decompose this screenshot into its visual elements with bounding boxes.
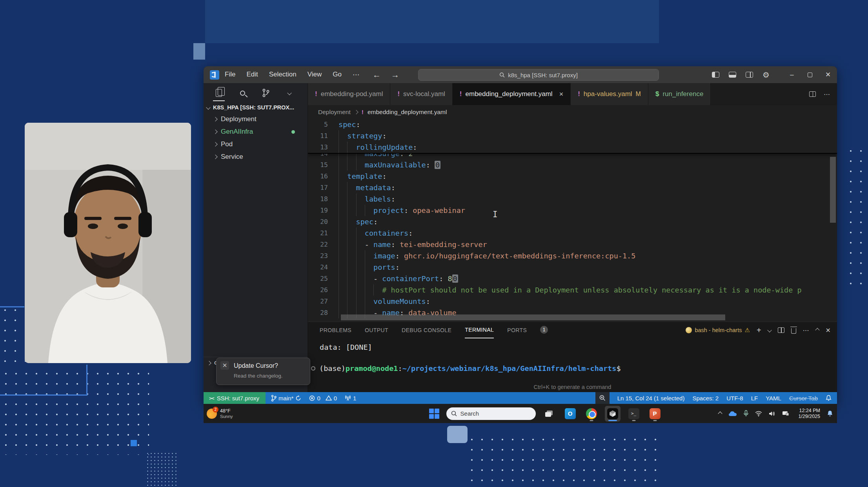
tab-run-inference[interactable]: $run_inference bbox=[648, 83, 711, 105]
search-view-icon[interactable] bbox=[237, 88, 247, 98]
source-control-icon[interactable] bbox=[261, 88, 271, 98]
split-terminal-icon[interactable] bbox=[778, 327, 784, 333]
layout-gear-icon[interactable]: ⚙ bbox=[762, 70, 770, 80]
more-views-chevron-icon[interactable] bbox=[284, 88, 295, 98]
line-number: 18 bbox=[308, 193, 338, 205]
nav-back-icon[interactable]: ← bbox=[373, 70, 381, 80]
split-editor-icon[interactable] bbox=[809, 91, 816, 97]
language-mode-status[interactable]: YAML bbox=[766, 395, 781, 402]
maximize-panel-chevron-icon[interactable] bbox=[815, 328, 819, 332]
powerpoint-icon: P bbox=[650, 408, 661, 419]
notifications-bell-icon[interactable] bbox=[826, 395, 832, 401]
menu-file[interactable]: File bbox=[225, 71, 235, 79]
editor-region[interactable]: 14maxSurge: 215maxUnavailable: 016templa… bbox=[308, 119, 837, 322]
tray-hidden-icons-chevron[interactable] bbox=[718, 411, 722, 416]
editor-more-actions-icon[interactable]: ⋯ bbox=[824, 91, 830, 98]
update-notification-toast: ✕ Update Cursor? Read the changelog. bbox=[216, 358, 310, 385]
zoom-status-button[interactable] bbox=[595, 392, 610, 404]
task-view-button[interactable] bbox=[541, 406, 557, 422]
horizontal-scrollbar[interactable] bbox=[341, 314, 725, 320]
panel-tab-problems[interactable]: PROBLEMS bbox=[320, 322, 351, 338]
ports-status[interactable]: 1 bbox=[345, 395, 356, 402]
breadcrumb[interactable]: Deployment ! embedding_deployment.yaml bbox=[308, 105, 837, 119]
breadcrumb-file[interactable]: embedding_deployment.yaml bbox=[368, 109, 447, 116]
code-line-5: 5spec: bbox=[308, 119, 837, 130]
cursor-position-status[interactable]: Ln 15, Col 24 (1 selected) bbox=[617, 395, 685, 402]
tab-close-icon[interactable]: × bbox=[559, 90, 564, 98]
terminal-instance-item[interactable]: bash - helm-charts ⚠ bbox=[686, 327, 750, 334]
indent-guide bbox=[347, 142, 356, 153]
terminal-app-button[interactable]: >_ bbox=[626, 406, 642, 422]
remote-indicator[interactable]: >< SSH: sut7.proxy bbox=[204, 392, 266, 404]
tab-embedding-deployment-yaml[interactable]: !embedding_deployment.yaml× bbox=[453, 83, 571, 105]
eol-status[interactable]: LF bbox=[751, 395, 758, 402]
cursor-app-button[interactable] bbox=[605, 406, 621, 422]
menu-selection[interactable]: Selection bbox=[269, 71, 297, 79]
yaml-file-icon: ! bbox=[362, 109, 364, 116]
toggle-secondary-sidebar-icon[interactable] bbox=[746, 72, 753, 78]
kill-terminal-icon[interactable] bbox=[791, 328, 796, 334]
window-close-button[interactable]: ✕ bbox=[819, 66, 837, 83]
sidebar-item-service[interactable]: Service bbox=[204, 151, 308, 163]
shell-file-icon: $ bbox=[655, 90, 659, 98]
line-number: 13 bbox=[308, 142, 338, 153]
start-button[interactable] bbox=[429, 409, 439, 419]
workspace-folder-header[interactable]: K8S_HPA [SSH: SUT7.PROX... bbox=[204, 102, 308, 113]
volume-icon[interactable] bbox=[769, 411, 775, 416]
tab-embedding-pod-yaml[interactable]: !embedding-pod.yaml bbox=[308, 83, 390, 105]
indentation-status[interactable]: Spaces: 2 bbox=[692, 395, 719, 402]
chrome-app-button[interactable] bbox=[584, 406, 599, 422]
tab-svc-local-yaml[interactable]: !svc-local.yaml bbox=[390, 83, 452, 105]
new-terminal-button[interactable]: + bbox=[757, 326, 761, 335]
terminal-dropdown-chevron-icon[interactable] bbox=[767, 328, 772, 332]
menu-view[interactable]: View bbox=[308, 71, 322, 79]
breadcrumb-parent[interactable]: Deployment bbox=[318, 109, 351, 116]
explorer-view-icon[interactable] bbox=[214, 88, 224, 98]
close-panel-icon[interactable]: ✕ bbox=[826, 327, 831, 334]
weather-widget[interactable]: 2 48°F Sunny bbox=[207, 408, 233, 419]
input-indicator-icon[interactable] bbox=[782, 411, 789, 416]
terminal[interactable]: data: [DONE] (base) pramod@node1 : ~/pro… bbox=[308, 338, 837, 393]
panel-tab-terminal[interactable]: TERMINAL bbox=[465, 322, 494, 338]
nav-forward-icon[interactable]: → bbox=[391, 70, 399, 80]
sidebar-item-pod[interactable]: Pod bbox=[204, 138, 308, 151]
menu-more[interactable]: ⋯ bbox=[353, 71, 359, 79]
outlook-app-button[interactable]: O bbox=[562, 406, 578, 422]
toggle-panel-icon[interactable] bbox=[729, 72, 736, 78]
problems-status[interactable]: 0 0 bbox=[309, 395, 337, 402]
panel-tab-debug-console[interactable]: DEBUG CONSOLE bbox=[402, 322, 451, 338]
menu-go[interactable]: Go bbox=[333, 71, 342, 79]
menu-edit[interactable]: Edit bbox=[246, 71, 258, 79]
encoding-status[interactable]: UTF-8 bbox=[726, 395, 743, 402]
indent-guide bbox=[365, 273, 373, 284]
git-branch-status[interactable]: main* bbox=[271, 395, 301, 402]
sidebar-item-genaiinfra[interactable]: GenAIInfra bbox=[204, 125, 308, 138]
window-minimize-button[interactable]: – bbox=[783, 66, 801, 83]
panel-tab-output[interactable]: OUTPUT bbox=[365, 322, 388, 338]
vertical-scrollbar[interactable] bbox=[830, 157, 836, 223]
panel-more-actions-icon[interactable]: ⋯ bbox=[803, 327, 809, 334]
cursor-tab-status[interactable]: Cursor Tab bbox=[789, 395, 818, 402]
sidebar-item-deployment[interactable]: Deployment bbox=[204, 113, 308, 125]
sticky-scroll: 5spec:11strategy:13rollingUpdate: bbox=[308, 119, 837, 154]
window-restore-button[interactable] bbox=[801, 66, 819, 83]
toast-changelog-link[interactable]: Read the changelog. bbox=[234, 373, 283, 379]
tab-hpa-values-yaml[interactable]: !hpa-values.yamlM bbox=[571, 83, 648, 105]
powerpoint-app-button[interactable]: P bbox=[647, 406, 663, 422]
system-tray: 12:24 PM 1/29/2025 bbox=[719, 408, 837, 420]
indent-guide bbox=[338, 171, 347, 182]
taskbar-search[interactable]: Search bbox=[446, 407, 536, 420]
wifi-icon[interactable] bbox=[755, 411, 762, 416]
panel-tab-ports[interactable]: PORTS bbox=[507, 322, 527, 338]
onedrive-cloud-icon[interactable] bbox=[728, 411, 737, 416]
toast-close-button[interactable]: ✕ bbox=[220, 361, 229, 370]
toggle-sidebar-icon[interactable] bbox=[712, 72, 719, 78]
command-center-search[interactable]: k8s_hpa [SSH: sut7.proxy] bbox=[418, 69, 659, 81]
indent-guide bbox=[365, 284, 373, 296]
taskbar-apps: O >_ P bbox=[541, 406, 663, 422]
taskbar-clock[interactable]: 12:24 PM 1/29/2025 bbox=[798, 408, 820, 420]
code-line-20: 20spec: bbox=[308, 216, 837, 227]
notification-center-bell-icon[interactable] bbox=[827, 410, 833, 417]
terminal-icon: >_ bbox=[628, 408, 639, 419]
microphone-icon[interactable] bbox=[744, 410, 748, 417]
